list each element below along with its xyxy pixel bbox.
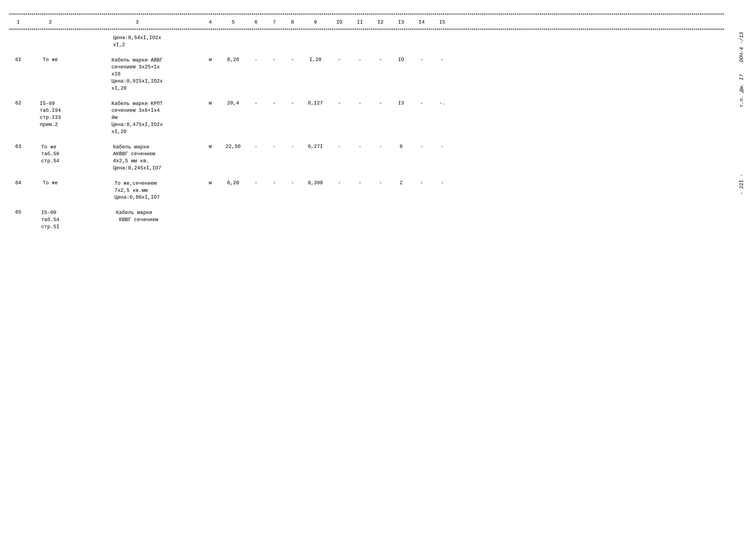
row62-col11: - xyxy=(350,99,370,107)
row0-col7 xyxy=(265,34,283,36)
row61-col10: - xyxy=(329,56,350,64)
row65-col15 xyxy=(432,208,453,210)
row65-col8 xyxy=(283,208,302,210)
header-row: I 2 3 4 5 6 7 8 9 IO II xyxy=(9,19,724,30)
row62-desc-2: сечением 3х6+Iх4 xyxy=(112,107,160,114)
row63-col7: - xyxy=(265,143,283,150)
row61-col6: - xyxy=(247,56,265,64)
row62-col6: - xyxy=(247,99,265,107)
row64-col8: - xyxy=(283,179,302,187)
row62-desc-3: йм xyxy=(112,114,117,121)
row61-col9: I,20 xyxy=(302,56,329,64)
row61-num: 6I xyxy=(9,56,28,64)
row64-desc-3: Цена:0,86хI,IO7 xyxy=(115,194,160,201)
row64-col11: - xyxy=(350,179,370,187)
row65-col12 xyxy=(370,208,391,210)
row64-col6: - xyxy=(247,179,265,187)
row61-col12: - xyxy=(370,56,391,64)
row65-col9 xyxy=(302,208,329,210)
row64-col7: - xyxy=(265,179,283,187)
row61-desc-2: сечением 3х25+Iх xyxy=(112,64,160,71)
row62-num: 62 xyxy=(9,99,28,107)
row64-col10: - xyxy=(329,179,350,187)
header-col-8: 8 xyxy=(283,19,302,26)
table-row: 6I То же Кабель марки АВВГ сечением 3х25… xyxy=(9,56,724,93)
row65-ref-3: стр.5I xyxy=(41,223,59,231)
row0-num xyxy=(9,34,28,36)
header-col-5: 5 xyxy=(219,19,247,26)
row63-ref-3: стр.54 xyxy=(41,158,59,165)
row0-ref xyxy=(28,34,73,36)
row63-col6: - xyxy=(247,143,265,150)
row61-col15: - xyxy=(432,56,453,64)
row0-col14 xyxy=(411,34,432,36)
row0-col15 xyxy=(432,34,453,36)
header-col-1: I xyxy=(9,19,28,26)
header-col-13-label: I3 xyxy=(398,19,404,25)
top-dashed-line xyxy=(9,14,724,14)
row62-desc: Кабель марки КРПТ сечением 3х6+Iх4 йм Це… xyxy=(73,99,201,136)
row65-ref-2: таб.54 xyxy=(41,216,59,223)
row65-desc-1: Кабель марки xyxy=(116,209,152,216)
row0-col5 xyxy=(219,34,247,36)
row0-desc: Цена:0,54хI,IO2х хI,2 xyxy=(73,34,201,50)
row63-col10: - xyxy=(329,143,350,150)
row62-col10: - xyxy=(329,99,350,107)
header-col-15: I5 xyxy=(432,19,453,26)
row61-col13: IO xyxy=(391,56,411,64)
header-col-11-label: II xyxy=(357,19,363,25)
row64-ref: То же xyxy=(28,179,73,187)
row61-desc-5: хI,20 xyxy=(112,85,127,92)
header-col-11: II xyxy=(350,19,370,26)
row61-desc-3: хI6 xyxy=(112,71,121,78)
row63-desc-4: Цена:0,245хI,IO7 xyxy=(113,165,161,172)
row63-desc-1: Кабель марки xyxy=(113,144,149,151)
header-col-8-label: 8 xyxy=(291,19,294,25)
row62-desc-1: Кабель марки КРПТ xyxy=(112,100,163,107)
row64-col13: 2 xyxy=(391,179,411,187)
header-col-10: IO xyxy=(329,19,350,26)
row0-col6 xyxy=(247,34,265,36)
row65-col14 xyxy=(411,208,432,210)
page-wrapper: I 2 3 4 5 6 7 8 9 IO II xyxy=(9,14,747,231)
row62-ref-2: таб.I94 xyxy=(40,107,61,114)
header-col-7-label: 7 xyxy=(272,19,275,25)
row63-ref: То же таб.56 стр.54 xyxy=(28,143,73,166)
row62-unit: м xyxy=(201,99,219,107)
table-row: 63 То же таб.56 стр.54 Кабель марки АКВВ… xyxy=(9,143,724,173)
row61-unit: м xyxy=(201,56,219,64)
row65-ref-1: I5-09 xyxy=(41,209,56,216)
header-col-9: 9 xyxy=(302,19,329,26)
row65-col7 xyxy=(265,208,283,210)
header-col-5-label: 5 xyxy=(232,19,235,25)
row61-col14: - xyxy=(411,56,432,64)
row63-ref-2: таб.56 xyxy=(41,151,59,158)
header-col-12-label: I2 xyxy=(378,19,383,25)
row65-col13 xyxy=(391,208,411,210)
row63-col5: 22,50 xyxy=(219,143,247,150)
row62-col8: - xyxy=(283,99,302,107)
row63-unit: м xyxy=(201,143,219,150)
row65-num: 65 xyxy=(9,208,28,216)
table-row: 62 I5-09 таб.I94 стр.I33 прим.2 Кабель м… xyxy=(9,99,724,136)
header-col-3-label: 3 xyxy=(136,19,139,25)
row64-col12: - xyxy=(370,179,391,187)
header-col-1-label: I xyxy=(17,19,20,25)
row62-ref-3: стр.I33 xyxy=(40,114,61,121)
row61-col8: - xyxy=(283,56,302,64)
header-col-4: 4 xyxy=(201,19,219,26)
row61-desc-1: Кабель марки АВВГ xyxy=(112,57,163,64)
header-col-15-label: I5 xyxy=(439,19,445,25)
header-col-9-label: 9 xyxy=(314,19,317,25)
row64-col9: 0,398 xyxy=(302,179,329,187)
row64-num: 64 xyxy=(9,179,28,187)
header-col-13: I3 xyxy=(391,19,411,26)
row63-col15: - xyxy=(432,143,453,150)
header-col-7: 7 xyxy=(265,19,283,26)
row62-ref-1: I5-09 xyxy=(40,100,55,107)
row61-col7: - xyxy=(265,56,283,64)
row63-col9: 0,27I xyxy=(302,143,329,150)
row61-col5: 8,20 xyxy=(219,56,247,64)
header-col-3: 3 xyxy=(73,19,201,26)
header-col-12: I2 xyxy=(370,19,391,26)
